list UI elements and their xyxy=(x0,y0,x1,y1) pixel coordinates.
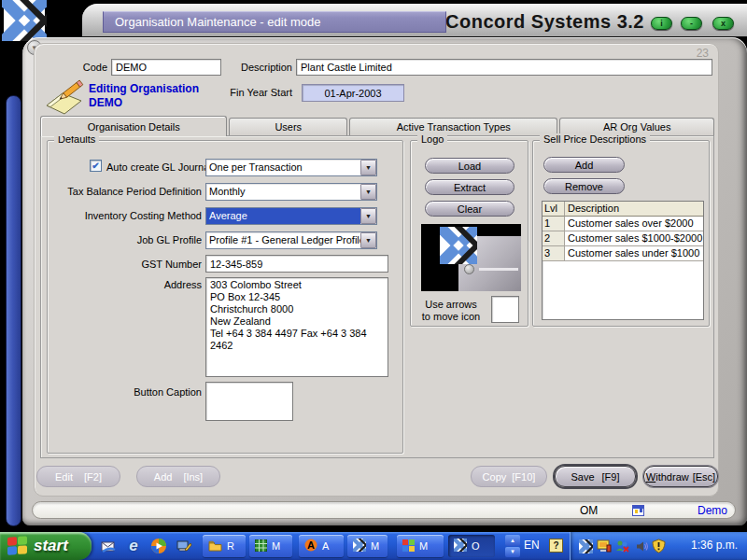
auto-create-checkbox[interactable]: ✔ xyxy=(90,160,102,172)
taskbar-button-r[interactable]: R xyxy=(203,535,246,557)
table-row[interactable]: 3 Customer sales under $1000 xyxy=(543,246,703,261)
tax-balance-label: Tax Balance Period Definition xyxy=(62,186,202,197)
button-caption-input[interactable] xyxy=(205,382,293,421)
folder-icon xyxy=(208,539,222,553)
sell-price-group-label: Sell Price Descriptions xyxy=(540,133,650,145)
colorful-app-icon xyxy=(402,539,415,553)
taskbar-button-label: A xyxy=(322,540,329,552)
taskbar: start e R M A A xyxy=(0,532,747,560)
taskbar-button-m1[interactable]: M xyxy=(249,535,292,557)
tray-display-icon[interactable] xyxy=(597,539,612,553)
move-icon-hint: Use arrows to move icon xyxy=(413,299,489,323)
withdraw-button-rest: ithdraw xyxy=(655,471,688,483)
auto-create-label: Auto create GL Journals xyxy=(106,161,217,173)
tab-organisation-details[interactable]: Organisation Details xyxy=(40,116,227,136)
withdraw-button[interactable]: W ithdraw [Esc] xyxy=(643,466,718,487)
sell-price-add-button[interactable]: Add xyxy=(543,157,625,173)
dropdown-arrow-icon[interactable]: ▼ xyxy=(360,184,376,200)
description-input[interactable] xyxy=(296,59,712,76)
taskbar-button-label: R xyxy=(227,540,234,552)
scroll-down-icon[interactable]: ▼ xyxy=(505,547,520,558)
job-gl-profile-dropdown[interactable]: Profile #1 - General Ledger Profile ▼ xyxy=(205,231,377,249)
table-row[interactable]: 2 Customer sales $1000-$2000 xyxy=(543,231,703,246)
sell-price-table[interactable]: Lvl Description 1 Customer sales over $2… xyxy=(542,201,704,320)
language-indicator[interactable]: EN xyxy=(524,539,540,552)
logo-load-button[interactable]: Load xyxy=(425,158,514,174)
logo-preview-line xyxy=(479,268,518,271)
logo-extract-button[interactable]: Extract xyxy=(425,179,514,195)
tab-users[interactable]: Users xyxy=(229,118,347,135)
tray-checkered-icon[interactable] xyxy=(578,539,593,553)
help-tray-icon[interactable]: ? xyxy=(549,539,563,553)
address-textarea[interactable]: 303 Colombo Street PO Box 12-345 Christc… xyxy=(205,277,388,377)
taskbar-button-a[interactable]: A A xyxy=(299,535,344,557)
tax-balance-value: Monthly xyxy=(206,184,360,200)
gst-number-input[interactable] xyxy=(205,255,388,273)
address-label: Address xyxy=(62,279,202,290)
windows-flag-icon xyxy=(7,536,28,556)
description-label: Description xyxy=(231,62,292,73)
row-lvl: 2 xyxy=(543,231,565,246)
fin-year-label: Fin Year Start xyxy=(227,87,292,98)
sell-price-remove-button[interactable]: Remove xyxy=(543,178,625,194)
app-title: Concord Systems 3.2 xyxy=(445,11,644,33)
taskbar-button-label: M xyxy=(419,540,428,552)
info-button[interactable]: i xyxy=(651,17,672,30)
fin-year-field[interactable]: 01-Apr-2003 xyxy=(302,84,404,102)
logo-preview[interactable] xyxy=(421,224,521,291)
inventory-costing-dropdown[interactable]: Average ▼ xyxy=(205,207,377,225)
save-button[interactable]: Save [F9] xyxy=(555,466,636,487)
scroll-up-icon[interactable]: ▲ xyxy=(505,535,520,546)
tray-volume-icon[interactable] xyxy=(634,539,649,553)
defaults-groupbox: Defaults ✔ Auto create GL Journals One p… xyxy=(47,140,403,454)
editing-status-line2: DEMO xyxy=(89,96,199,110)
tab-active-transaction-types[interactable]: Active Transaction Types xyxy=(349,118,557,135)
internet-explorer-icon[interactable]: e xyxy=(124,537,143,555)
tray-users-offline-icon[interactable] xyxy=(615,539,630,553)
system-tray: 1:36 p.m. xyxy=(570,532,747,560)
job-gl-profile-label: Job GL Profile xyxy=(62,234,202,245)
tab-content: Defaults ✔ Auto create GL Journals One p… xyxy=(40,135,714,458)
row-description: Customer sales under $1000 xyxy=(565,246,703,261)
auto-create-dropdown[interactable]: One per Transaction ▼ xyxy=(205,159,377,176)
taskbar-button-m2[interactable]: M xyxy=(347,535,388,557)
move-icon-input[interactable] xyxy=(491,296,519,323)
taskbar-button-label: M xyxy=(272,540,280,552)
move-icon-hint-line1: Use arrows xyxy=(413,299,489,311)
outlook-express-icon[interactable] xyxy=(99,537,118,555)
status-org[interactable]: Demo xyxy=(698,504,727,517)
taskbar-button-o[interactable]: O xyxy=(448,535,495,557)
table-row[interactable]: 1 Customer sales over $2000 xyxy=(543,217,703,231)
editing-status-line1: Editing Organisation xyxy=(89,82,199,96)
show-desktop-icon[interactable] xyxy=(175,537,193,555)
edit-button[interactable]: Edit [F2] xyxy=(36,466,120,487)
tax-balance-dropdown[interactable]: Monthly ▼ xyxy=(205,183,377,201)
close-button[interactable]: x xyxy=(712,17,734,30)
taskbar-button-m3[interactable]: M xyxy=(397,535,444,557)
tab-bar: Organisation Details Users Active Transa… xyxy=(40,116,714,135)
withdraw-button-initial: W xyxy=(646,471,655,483)
start-button[interactable]: start xyxy=(0,532,92,560)
sell-price-groupbox: Sell Price Descriptions Add Remove Lvl D… xyxy=(532,140,710,327)
dropdown-arrow-icon[interactable]: ▼ xyxy=(360,160,376,175)
code-input[interactable] xyxy=(111,59,221,76)
status-bar: OM Demo xyxy=(32,501,736,519)
tray-security-shield-icon[interactable] xyxy=(651,539,666,553)
copy-button[interactable]: Copy [F10] xyxy=(471,466,547,487)
logo-clear-button[interactable]: Clear xyxy=(425,201,514,217)
content-panel: 23 Code Description Editing Organisation… xyxy=(34,43,719,497)
button-caption-label: Button Caption xyxy=(62,386,202,398)
add-button-label: Add xyxy=(154,471,173,483)
dropdown-arrow-icon[interactable]: ▼ xyxy=(360,232,376,248)
add-button[interactable]: Add [Ins] xyxy=(136,466,220,487)
taskbar-scrollers[interactable]: ▲ ▼ xyxy=(505,535,520,557)
edit-button-key: [F2] xyxy=(84,471,102,483)
left-scrollbar[interactable] xyxy=(6,95,21,526)
inventory-costing-value: Average xyxy=(206,208,360,224)
dropdown-arrow-icon[interactable]: ▼ xyxy=(360,208,376,224)
media-player-icon[interactable] xyxy=(149,537,168,555)
row-lvl: 1 xyxy=(543,217,565,231)
row-description: Customer sales $1000-$2000 xyxy=(565,231,703,246)
minimize-button[interactable]: - xyxy=(681,17,702,30)
taskbar-clock[interactable]: 1:36 p.m. xyxy=(691,539,738,552)
